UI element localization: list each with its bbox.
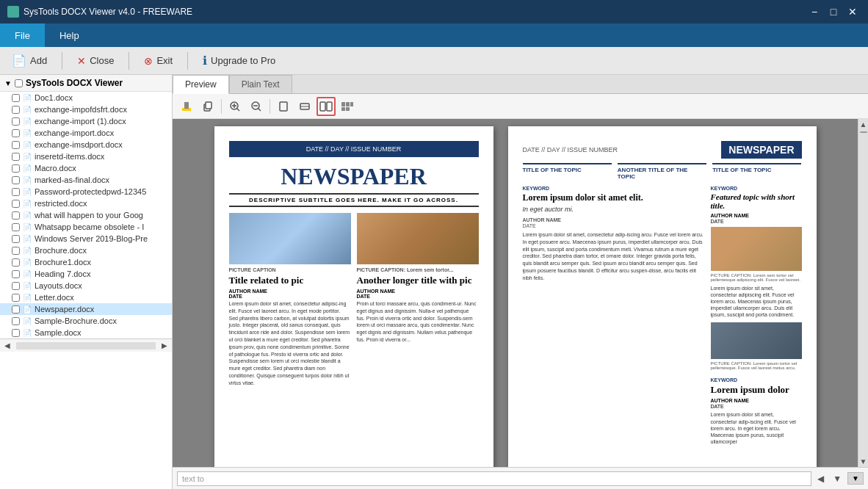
sidebar-item[interactable]: 📄 restricted.docx — [0, 198, 172, 209]
sidebar-item[interactable]: 📄 Windows Server 2019-Blog-Pre — [0, 233, 172, 245]
search-input[interactable] — [177, 471, 811, 486]
sidebar-scrollbar[interactable] — [16, 342, 156, 349]
close-button[interactable]: ✕ — [845, 4, 861, 20]
view-sep-2 — [270, 99, 270, 114]
file-icon: 📄 — [23, 317, 32, 325]
file-checkbox-16[interactable] — [12, 282, 20, 290]
file-name: marked-as-final.docx — [35, 175, 109, 184]
file-checkbox-9[interactable] — [12, 200, 20, 208]
file-checkbox-12[interactable] — [12, 235, 20, 243]
col-title-3: TITLE OF THE TOPIC — [712, 163, 801, 180]
file-name: restricted.docx — [35, 199, 87, 208]
scroll-thumb[interactable] — [860, 131, 867, 133]
file-name: exchange-impofdsfrt.docx — [35, 105, 127, 114]
file-checkbox-5[interactable] — [12, 153, 20, 161]
sidebar-item[interactable]: 📄 Layouts.docx — [0, 280, 172, 291]
sidebar-item[interactable]: 📄 exchange-import (1).docx — [0, 115, 172, 127]
sidebar-item[interactable]: 📄 Whatsapp became obsolete - I — [0, 221, 172, 233]
file-checkbox-14[interactable] — [12, 258, 20, 267]
file-name: Brochure.docx — [35, 246, 87, 255]
file-checkbox-2[interactable] — [12, 117, 20, 126]
sidebar-item[interactable]: 📄 Brochure.docx — [0, 245, 172, 256]
file-checkbox-17[interactable] — [12, 294, 20, 302]
zoom-out-btn[interactable] — [247, 97, 266, 116]
file-checkbox-0[interactable] — [12, 94, 20, 102]
file-name: exchange-import (1).docx — [35, 117, 126, 126]
menu-bar: File Help — [0, 23, 868, 47]
file-checkbox-18[interactable] — [12, 305, 20, 314]
file-checkbox-10[interactable] — [12, 211, 20, 220]
left-subtitle: DESCRIPTIVE SUBTITLE GOES HERE. MAKE IT … — [229, 193, 479, 207]
file-checkbox-15[interactable] — [12, 270, 20, 278]
close-button[interactable]: ✕ Close — [71, 52, 120, 70]
highlight-btn[interactable] — [177, 97, 196, 116]
add-button[interactable]: 📄 Add — [6, 51, 53, 70]
zoom-in-btn[interactable] — [225, 97, 245, 116]
sidebar-item[interactable]: 📄 Sample.docx — [0, 327, 172, 338]
file-name: inseretd-items.docx — [35, 152, 104, 161]
left-newspaper-title: NEWSPAPER — [229, 163, 479, 190]
right-author: AUTHOR NAME — [523, 217, 705, 222]
root-checkbox[interactable] — [15, 79, 23, 87]
file-checkbox-11[interactable] — [12, 223, 20, 231]
col-title-2: ANOTHER TITLE OF THE TOPIC — [618, 163, 706, 180]
view-toolbar — [173, 94, 868, 119]
file-checkbox-7[interactable] — [12, 176, 20, 184]
scroll-down-arrow[interactable]: ▼ — [858, 456, 868, 467]
sidebar-item[interactable]: 📄 inseretd-items.docx — [0, 151, 172, 162]
search-bar: ◀ ▼ ▼ — [173, 467, 868, 489]
sidebar-item[interactable]: 📄 Heading 7.docx — [0, 268, 172, 280]
sidebar-root[interactable]: ▼ SysTools DOCX Viewer — [0, 75, 172, 92]
exit-button[interactable]: ⊗ Exit — [138, 52, 178, 70]
file-name: Sample-Brochure.docx — [35, 316, 117, 325]
sidebar-item[interactable]: 📄 exchange-impofdsfrt.docx — [0, 104, 172, 115]
tab-preview[interactable]: Preview — [173, 75, 229, 94]
menu-help[interactable]: Help — [45, 23, 94, 47]
search-options-btn[interactable]: ▼ — [847, 472, 864, 485]
sidebar-item[interactable]: 📄 Sample-Brochure.docx — [0, 315, 172, 327]
left-cols: PICTURE CAPTION Title related to pic AUT… — [229, 213, 479, 387]
multi-page-btn[interactable] — [338, 97, 357, 116]
doc-preview[interactable]: DATE // DAY // ISSUE NUMBER NEWSPAPER DE… — [173, 119, 858, 467]
upgrade-button[interactable]: ℹ Upgrade to Pro — [197, 51, 281, 70]
copy-btn[interactable] — [198, 97, 217, 116]
sidebar-prev-btn[interactable]: ◀ — [0, 341, 15, 349]
tab-plain-text[interactable]: Plain Text — [229, 75, 292, 93]
left-body-2: Proin ut torci massare arcu, quis condim… — [357, 300, 479, 344]
sidebar-item[interactable]: 📄 Letter.docx — [0, 291, 172, 303]
sidebar-item[interactable]: 📄 exchange-imsdport.docx — [0, 139, 172, 151]
two-page-btn[interactable] — [317, 97, 336, 116]
sidebar-item[interactable]: 📄 marked-as-final.docx — [0, 174, 172, 186]
file-checkbox-19[interactable] — [12, 317, 20, 325]
sidebar-item[interactable]: 📄 exchange-import.docx — [0, 127, 172, 139]
file-checkbox-3[interactable] — [12, 129, 20, 137]
fit-width-btn[interactable] — [295, 97, 314, 116]
right-brand: NEWSPAPER — [721, 141, 801, 159]
expand-arrow: ▼ — [4, 79, 12, 87]
sidebar-item[interactable]: 📄 Brochure1.docx — [0, 256, 172, 268]
sidebar-item[interactable]: 📄 Macro.docx — [0, 162, 172, 174]
file-checkbox-1[interactable] — [12, 106, 20, 114]
sidebar-next-btn[interactable]: ▶ — [157, 341, 172, 349]
fit-page-btn[interactable] — [274, 97, 293, 116]
sidebar-item[interactable]: 📄 Doc1.docx — [0, 92, 172, 104]
file-checkbox-8[interactable] — [12, 188, 20, 196]
minimize-button[interactable]: − — [806, 4, 822, 20]
maximize-button[interactable]: □ — [825, 4, 842, 20]
sidebar-item[interactable]: 📄 Password-protectedpwd-12345 — [0, 186, 172, 198]
search-prev-btn[interactable]: ◀ — [814, 472, 827, 485]
right-main-title: Lorem ipsum dolor sit amet elit. — [523, 192, 705, 203]
file-name: Windows Server 2019-Blog-Pre — [35, 234, 148, 243]
file-checkbox-13[interactable] — [12, 247, 20, 255]
file-icon: 📄 — [23, 141, 32, 149]
vertical-scrollbar[interactable]: ▲ ▼ — [858, 119, 868, 467]
sidebar-item[interactable]: 📄 what will happen to your Goog — [0, 209, 172, 221]
menu-file[interactable]: File — [0, 23, 45, 47]
file-checkbox-4[interactable] — [12, 141, 20, 149]
file-checkbox-6[interactable] — [12, 164, 20, 173]
file-icon: 📄 — [23, 153, 32, 161]
sidebar-item[interactable]: 📄 Newspaper.docx — [0, 303, 172, 315]
file-checkbox-20[interactable] — [12, 329, 20, 337]
search-next-btn[interactable]: ▼ — [830, 472, 845, 485]
scroll-up-arrow[interactable]: ▲ — [858, 119, 868, 130]
